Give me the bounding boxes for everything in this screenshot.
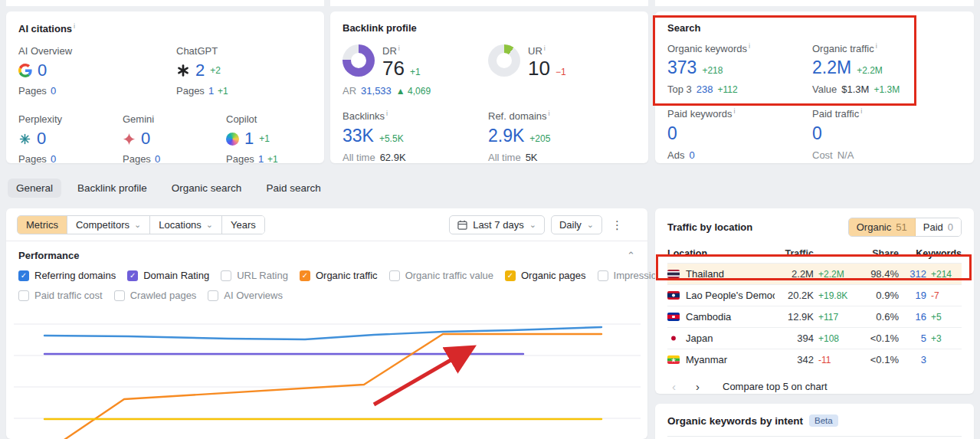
years-button[interactable]: Years — [221, 216, 264, 234]
top3-value[interactable]: 238 — [696, 84, 713, 95]
tab-general[interactable]: General — [8, 179, 61, 198]
tab-paid-search[interactable]: Paid search — [257, 179, 329, 198]
info-icon[interactable]: i — [544, 44, 546, 52]
prev-page-icon[interactable]: ‹ — [672, 380, 676, 393]
metric-label: ChatGPT — [176, 45, 228, 57]
checkbox-icon: ✓ — [221, 270, 231, 281]
col-keywords[interactable]: Keywords — [899, 248, 962, 259]
info-icon[interactable]: i — [74, 22, 75, 30]
info-icon[interactable]: i — [549, 110, 550, 117]
metric-value[interactable]: 0 — [141, 130, 150, 147]
metric-label: Perplexity — [18, 113, 123, 125]
next-page-icon[interactable]: › — [696, 380, 700, 393]
compare-top5-link[interactable]: Compare top 5 on chart — [723, 381, 828, 392]
checkbox-ai-overviews[interactable]: ✓AI Overviews — [208, 290, 283, 301]
ar-delta: ▲ 4,069 — [396, 86, 431, 97]
dr-delta: +1 — [410, 67, 421, 77]
pages-value[interactable]: 1 — [208, 85, 214, 97]
pages-value[interactable]: 1 — [258, 153, 264, 165]
ar-value[interactable]: 31,533 — [361, 85, 392, 97]
metrics-button[interactable]: Metrics — [18, 216, 67, 234]
paid-keywords-label: Paid keywords — [667, 109, 733, 120]
metric-ai-overview: AI Overview 0 Pages0 — [18, 45, 176, 97]
info-icon[interactable]: i — [860, 107, 862, 115]
value-label: Value — [812, 84, 837, 95]
info-icon[interactable]: i — [734, 107, 736, 115]
ref-domains-label: Ref. domains — [488, 111, 547, 123]
backlinks-value[interactable]: 33K — [343, 127, 374, 145]
chevron-down-icon: ⌄ — [587, 221, 594, 229]
top3-delta: +112 — [718, 84, 738, 95]
col-location[interactable]: Location — [667, 248, 775, 259]
ur-donut-chart — [488, 44, 520, 77]
table-row-thailand[interactable]: Thailand 2.2M+2.2M 98.4% 312+214 — [667, 263, 962, 284]
dr-donut-chart — [343, 44, 375, 77]
kebab-menu-icon[interactable]: ⋮ — [608, 218, 626, 232]
table-row-myanmar[interactable]: Myanmar 342-11 <0.1% 3 — [667, 349, 962, 370]
chevron-down-icon: ⌄ — [206, 221, 213, 229]
organic-toggle-button[interactable]: Organic51 — [849, 218, 916, 236]
chevron-up-icon[interactable]: ⌃ — [627, 250, 635, 261]
checkbox-icon: ✓ — [300, 270, 310, 281]
paid-traffic-label: Paid traffic — [812, 109, 859, 120]
checkbox-referring-domains[interactable]: ✓Referring domains — [18, 270, 116, 281]
ai-citations-card: AI citationsi AI Overview 0 Pages0 ChatG… — [6, 11, 324, 163]
col-share[interactable]: Share — [854, 248, 899, 259]
tab-organic-search[interactable]: Organic search — [163, 179, 251, 198]
keywords-by-intent-panel: Organic keywords by intent Beta — [655, 404, 974, 439]
checkbox-organic-traffic-value[interactable]: ✓Organic traffic value — [389, 270, 493, 281]
metric-value[interactable]: 1 — [244, 130, 254, 147]
organic-keywords-delta: +218 — [702, 65, 723, 76]
checkbox-icon: ✓ — [598, 270, 608, 281]
calendar-icon — [457, 220, 467, 230]
pages-value[interactable]: 0 — [155, 153, 160, 165]
ref-domains-value[interactable]: 2.9K — [488, 127, 524, 145]
paid-traffic-value[interactable]: 0 — [812, 123, 822, 143]
checkbox-paid-traffic-cost[interactable]: ✓Paid traffic cost — [18, 290, 103, 301]
pages-value[interactable]: 0 — [51, 85, 56, 97]
organic-keywords-value[interactable]: 373 — [667, 59, 696, 77]
table-row-cambodia[interactable]: Cambodia 12.9K+117 0.6% 16+5 — [667, 306, 962, 327]
pages-value[interactable]: 0 — [51, 153, 56, 165]
alltime-value: 62.9K — [380, 152, 406, 163]
top3-label: Top 3 — [667, 84, 692, 95]
performance-line-chart[interactable] — [14, 306, 641, 439]
paid-keywords-value[interactable]: 0 — [667, 123, 677, 143]
metric-value[interactable]: 0 — [38, 62, 47, 79]
paid-toggle-button[interactable]: Paid0 — [916, 218, 961, 236]
chart-controls: Metrics Competitors⌄ Locations⌄ Years La… — [6, 208, 647, 241]
organic-traffic-value[interactable]: 2.2M — [812, 59, 851, 77]
table-header-row: Location Traffic Share Keywords — [667, 244, 962, 263]
checkbox-organic-traffic[interactable]: ✓Organic traffic — [300, 270, 378, 281]
metric-gemini: Gemini 0 Pages0 — [123, 113, 226, 165]
metric-value[interactable]: 2 — [195, 62, 205, 79]
checkbox-icon: ✓ — [127, 270, 138, 281]
checkbox-crawled-pages[interactable]: ✓Crawled pages — [114, 290, 197, 301]
checkbox-domain-rating[interactable]: ✓Domain Rating — [127, 270, 209, 281]
alltime-value: 5K — [526, 152, 538, 163]
ar-label: AR — [343, 85, 356, 97]
chatgpt-icon — [176, 64, 190, 77]
table-row-laos[interactable]: Lao People's Democratic Reput 20.2K+19.8… — [667, 284, 962, 306]
info-icon[interactable]: i — [386, 110, 388, 117]
metric-label: Copilot — [226, 113, 278, 125]
checkbox-url-rating[interactable]: ✓URL Rating — [221, 270, 288, 281]
info-icon[interactable]: i — [749, 42, 750, 50]
granularity-button[interactable]: Daily ⌄ — [551, 215, 602, 234]
date-range-button[interactable]: Last 7 days ⌄ — [449, 215, 545, 234]
tab-backlink-profile[interactable]: Backlink profile — [69, 179, 156, 198]
info-icon[interactable]: i — [876, 42, 877, 50]
metric-value[interactable]: 0 — [37, 130, 46, 147]
ur-delta: −1 — [556, 67, 566, 77]
checkbox-icon: ✓ — [505, 270, 516, 281]
locations-button[interactable]: Locations⌄ — [149, 216, 221, 234]
ads-value[interactable]: 0 — [689, 149, 694, 161]
table-row-japan[interactable]: Japan 394+108 <0.1% 5+3 — [667, 327, 962, 349]
checkbox-organic-pages[interactable]: ✓Organic pages — [505, 270, 586, 281]
competitors-button[interactable]: Competitors⌄ — [67, 216, 149, 234]
info-icon[interactable]: i — [398, 44, 400, 52]
perplexity-icon — [18, 133, 31, 146]
dr-label: DR — [382, 45, 397, 57]
metric-copilot: Copilot 1 +1 Pages1+1 — [226, 113, 278, 165]
col-traffic[interactable]: Traffic — [775, 248, 814, 259]
